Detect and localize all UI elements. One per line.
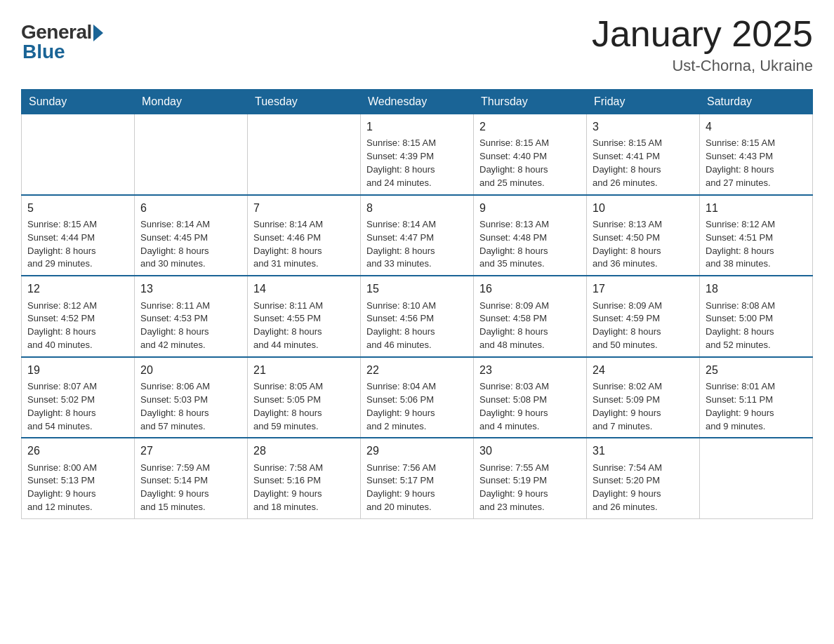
day-info: Sunrise: 8:09 AMSunset: 4:58 PMDaylight:… <box>479 300 581 352</box>
location-text: Ust-Chorna, Ukraine <box>592 57 813 75</box>
day-number: 24 <box>593 362 694 378</box>
calendar-cell: 26Sunrise: 8:00 AMSunset: 5:13 PMDayligh… <box>22 438 135 518</box>
day-info: Sunrise: 8:12 AMSunset: 4:52 PMDaylight:… <box>27 300 128 352</box>
calendar-cell: 14Sunrise: 8:11 AMSunset: 4:55 PMDayligh… <box>248 276 361 357</box>
calendar-cell: 15Sunrise: 8:10 AMSunset: 4:56 PMDayligh… <box>361 276 474 357</box>
calendar-cell: 4Sunrise: 8:15 AMSunset: 4:43 PMDaylight… <box>700 114 813 195</box>
calendar-cell: 28Sunrise: 7:58 AMSunset: 5:16 PMDayligh… <box>248 438 361 518</box>
day-number: 31 <box>593 443 694 459</box>
day-number: 1 <box>366 119 468 135</box>
day-number: 15 <box>366 281 468 297</box>
calendar-header-row: SundayMondayTuesdayWednesdayThursdayFrid… <box>22 90 813 114</box>
day-info: Sunrise: 8:09 AMSunset: 4:59 PMDaylight:… <box>593 300 694 352</box>
day-number: 26 <box>27 443 128 459</box>
day-info: Sunrise: 8:15 AMSunset: 4:41 PMDaylight:… <box>593 137 694 189</box>
day-info: Sunrise: 7:55 AMSunset: 5:19 PMDaylight:… <box>479 462 581 514</box>
day-info: Sunrise: 8:10 AMSunset: 4:56 PMDaylight:… <box>366 300 468 352</box>
day-number: 29 <box>366 443 468 459</box>
calendar-cell: 2Sunrise: 8:15 AMSunset: 4:40 PMDaylight… <box>474 114 587 195</box>
calendar-cell: 8Sunrise: 8:14 AMSunset: 4:47 PMDaylight… <box>361 195 474 276</box>
day-info: Sunrise: 8:07 AMSunset: 5:02 PMDaylight:… <box>27 380 128 433</box>
calendar-table: SundayMondayTuesdayWednesdayThursdayFrid… <box>21 89 813 519</box>
day-number: 9 <box>479 200 581 216</box>
calendar-cell: 5Sunrise: 8:15 AMSunset: 4:44 PMDaylight… <box>22 195 135 276</box>
day-info: Sunrise: 8:15 AMSunset: 4:43 PMDaylight:… <box>706 137 807 189</box>
calendar-cell: 27Sunrise: 7:59 AMSunset: 5:14 PMDayligh… <box>135 438 248 518</box>
calendar-cell <box>135 114 248 195</box>
calendar-cell <box>248 114 361 195</box>
calendar-cell: 3Sunrise: 8:15 AMSunset: 4:41 PMDaylight… <box>587 114 700 195</box>
day-info: Sunrise: 8:03 AMSunset: 5:08 PMDaylight:… <box>479 380 581 433</box>
day-number: 14 <box>253 281 355 297</box>
day-number: 21 <box>253 362 355 378</box>
calendar-cell: 10Sunrise: 8:13 AMSunset: 4:50 PMDayligh… <box>587 195 700 276</box>
day-info: Sunrise: 8:00 AMSunset: 5:13 PMDaylight:… <box>27 462 128 514</box>
day-info: Sunrise: 8:15 AMSunset: 4:44 PMDaylight:… <box>27 218 128 271</box>
calendar-week-row: 19Sunrise: 8:07 AMSunset: 5:02 PMDayligh… <box>22 357 813 438</box>
day-info: Sunrise: 8:01 AMSunset: 5:11 PMDaylight:… <box>706 380 807 433</box>
day-info: Sunrise: 7:58 AMSunset: 5:16 PMDaylight:… <box>253 462 355 514</box>
calendar-cell: 17Sunrise: 8:09 AMSunset: 4:59 PMDayligh… <box>587 276 700 357</box>
logo-blue-text: Blue <box>22 41 65 63</box>
calendar-cell: 19Sunrise: 8:07 AMSunset: 5:02 PMDayligh… <box>22 357 135 438</box>
calendar-week-row: 12Sunrise: 8:12 AMSunset: 4:52 PMDayligh… <box>22 276 813 357</box>
day-number: 11 <box>706 200 807 216</box>
day-info: Sunrise: 8:11 AMSunset: 4:53 PMDaylight:… <box>140 300 241 352</box>
day-number: 13 <box>140 281 241 297</box>
title-section: January 2025 Ust-Chorna, Ukraine <box>592 14 813 75</box>
day-info: Sunrise: 8:06 AMSunset: 5:03 PMDaylight:… <box>140 380 241 433</box>
day-number: 2 <box>479 119 581 135</box>
day-number: 6 <box>140 200 241 216</box>
day-number: 20 <box>140 362 241 378</box>
page-header: General Blue January 2025 Ust-Chorna, Uk… <box>21 14 813 75</box>
calendar-cell: 18Sunrise: 8:08 AMSunset: 5:00 PMDayligh… <box>700 276 813 357</box>
day-info: Sunrise: 8:11 AMSunset: 4:55 PMDaylight:… <box>253 300 355 352</box>
calendar-cell: 22Sunrise: 8:04 AMSunset: 5:06 PMDayligh… <box>361 357 474 438</box>
logo: General Blue <box>21 21 103 63</box>
day-number: 8 <box>366 200 468 216</box>
calendar-week-row: 5Sunrise: 8:15 AMSunset: 4:44 PMDaylight… <box>22 195 813 276</box>
day-number: 22 <box>366 362 468 378</box>
weekday-header-thursday: Thursday <box>474 90 587 114</box>
day-info: Sunrise: 7:56 AMSunset: 5:17 PMDaylight:… <box>366 462 468 514</box>
day-number: 25 <box>706 362 807 378</box>
weekday-header-saturday: Saturday <box>700 90 813 114</box>
day-number: 5 <box>27 200 128 216</box>
day-info: Sunrise: 8:08 AMSunset: 5:00 PMDaylight:… <box>706 300 807 352</box>
day-number: 4 <box>706 119 807 135</box>
calendar-cell: 12Sunrise: 8:12 AMSunset: 4:52 PMDayligh… <box>22 276 135 357</box>
weekday-header-friday: Friday <box>587 90 700 114</box>
day-info: Sunrise: 8:12 AMSunset: 4:51 PMDaylight:… <box>706 218 807 271</box>
calendar-cell: 24Sunrise: 8:02 AMSunset: 5:09 PMDayligh… <box>587 357 700 438</box>
day-info: Sunrise: 8:15 AMSunset: 4:40 PMDaylight:… <box>479 137 581 189</box>
calendar-cell: 13Sunrise: 8:11 AMSunset: 4:53 PMDayligh… <box>135 276 248 357</box>
day-number: 28 <box>253 443 355 459</box>
calendar-week-row: 1Sunrise: 8:15 AMSunset: 4:39 PMDaylight… <box>22 114 813 195</box>
weekday-header-wednesday: Wednesday <box>361 90 474 114</box>
month-title: January 2025 <box>592 14 813 54</box>
calendar-cell: 23Sunrise: 8:03 AMSunset: 5:08 PMDayligh… <box>474 357 587 438</box>
calendar-week-row: 26Sunrise: 8:00 AMSunset: 5:13 PMDayligh… <box>22 438 813 518</box>
day-info: Sunrise: 8:04 AMSunset: 5:06 PMDaylight:… <box>366 380 468 433</box>
calendar-cell <box>22 114 135 195</box>
weekday-header-sunday: Sunday <box>22 90 135 114</box>
calendar-cell: 6Sunrise: 8:14 AMSunset: 4:45 PMDaylight… <box>135 195 248 276</box>
calendar-cell: 9Sunrise: 8:13 AMSunset: 4:48 PMDaylight… <box>474 195 587 276</box>
calendar-cell: 16Sunrise: 8:09 AMSunset: 4:58 PMDayligh… <box>474 276 587 357</box>
weekday-header-tuesday: Tuesday <box>248 90 361 114</box>
day-number: 19 <box>27 362 128 378</box>
day-info: Sunrise: 7:54 AMSunset: 5:20 PMDaylight:… <box>593 462 694 514</box>
day-info: Sunrise: 8:05 AMSunset: 5:05 PMDaylight:… <box>253 380 355 433</box>
calendar-cell: 1Sunrise: 8:15 AMSunset: 4:39 PMDaylight… <box>361 114 474 195</box>
weekday-header-monday: Monday <box>135 90 248 114</box>
day-number: 23 <box>479 362 581 378</box>
calendar-cell: 21Sunrise: 8:05 AMSunset: 5:05 PMDayligh… <box>248 357 361 438</box>
calendar-cell: 7Sunrise: 8:14 AMSunset: 4:46 PMDaylight… <box>248 195 361 276</box>
day-number: 3 <box>593 119 694 135</box>
day-info: Sunrise: 8:14 AMSunset: 4:47 PMDaylight:… <box>366 218 468 271</box>
day-number: 10 <box>593 200 694 216</box>
day-number: 27 <box>140 443 241 459</box>
day-number: 17 <box>593 281 694 297</box>
logo-arrow-icon <box>93 25 103 41</box>
calendar-cell: 11Sunrise: 8:12 AMSunset: 4:51 PMDayligh… <box>700 195 813 276</box>
